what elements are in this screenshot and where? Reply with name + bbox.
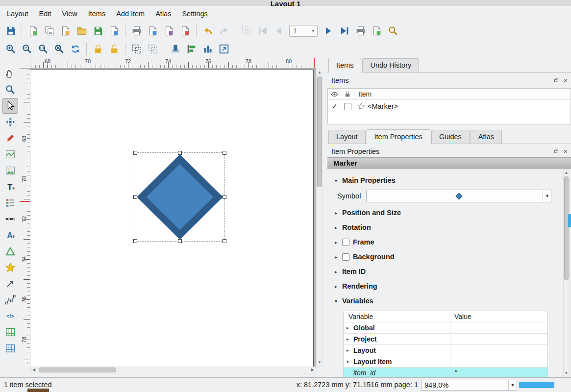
add-label-button[interactable] <box>2 179 18 195</box>
layout-canvas[interactable] <box>30 69 316 367</box>
export-as-pdf-button[interactable] <box>177 23 193 38</box>
background-checkbox[interactable] <box>342 253 349 261</box>
add-scale-bar-button[interactable] <box>2 211 18 227</box>
variable-group-project[interactable]: ▸Project <box>344 334 547 345</box>
raise-selected-items-button[interactable] <box>168 42 183 57</box>
save-as-template-button[interactable] <box>90 23 105 38</box>
resize-handle-sw[interactable] <box>133 239 137 243</box>
scroll-up-icon[interactable]: ▲ <box>564 171 569 175</box>
previous-feature-button[interactable] <box>271 23 286 38</box>
tab-layout[interactable]: Layout <box>328 130 366 144</box>
close-panel-icon[interactable] <box>562 147 569 155</box>
resize-selected-items-button[interactable] <box>216 42 231 57</box>
lock-checkbox[interactable] <box>344 103 351 110</box>
add-node-item-button[interactable] <box>2 292 18 308</box>
redo-button[interactable] <box>216 23 231 38</box>
last-feature-button[interactable] <box>337 23 352 38</box>
scroll-left-icon[interactable]: ◀ <box>32 368 35 372</box>
marker-item[interactable] <box>136 154 223 240</box>
section-item-id[interactable]: ▸Item ID <box>333 265 571 278</box>
variable-group-layout[interactable]: ▸Layout <box>344 345 547 356</box>
section-main-properties[interactable]: ▾Main Properties <box>333 173 571 187</box>
preview-atlas-button[interactable] <box>239 23 254 38</box>
undo-button[interactable] <box>200 23 215 38</box>
menu-layout[interactable]: Layout <box>2 8 33 19</box>
tab-items[interactable]: Items <box>328 58 361 73</box>
selection-box[interactable] <box>135 152 225 242</box>
add-legend-button[interactable] <box>2 195 18 211</box>
menu-add-item[interactable]: Add Item <box>111 8 149 19</box>
add-items-from-template-button[interactable] <box>74 23 89 38</box>
menu-settings[interactable]: Settings <box>177 8 212 19</box>
atlas-settings-button[interactable] <box>385 23 400 38</box>
menu-atlas[interactable]: Atlas <box>150 8 176 19</box>
resize-handle-s[interactable] <box>178 239 182 243</box>
canvas-horizontal-scrollbar[interactable]: ◀ ▶ <box>30 367 316 373</box>
pan-layout-button[interactable] <box>2 66 18 81</box>
section-position-and-size[interactable]: ▸Position and Size <box>333 206 571 220</box>
layout-manager-button[interactable] <box>58 23 73 38</box>
export-as-template-button[interactable] <box>106 23 122 38</box>
zoom-actual-button[interactable] <box>35 42 50 57</box>
resize-handle-nw[interactable] <box>133 151 137 155</box>
symbol-dropdown-icon[interactable]: ▼ <box>543 190 551 202</box>
lock-selected-items-button[interactable] <box>90 42 105 57</box>
scrollbar-thumb[interactable] <box>564 176 569 280</box>
expand-arrow-icon[interactable]: ▸ <box>347 325 351 330</box>
select-move-item-button[interactable] <box>2 98 18 114</box>
duplicate-layout-button[interactable] <box>42 23 57 38</box>
zoom-slider[interactable] <box>519 382 554 388</box>
scroll-down-icon[interactable]: ▼ <box>564 371 569 376</box>
resize-handle-n[interactable] <box>178 151 182 155</box>
add-map-button[interactable] <box>2 147 18 162</box>
section-background[interactable]: ▸Background <box>333 250 571 264</box>
scroll-up-icon[interactable]: ▲ <box>317 70 323 75</box>
refresh-view-button[interactable] <box>68 42 83 57</box>
menu-view[interactable]: View <box>57 8 82 19</box>
add-picture-button[interactable] <box>2 163 18 178</box>
move-item-content-button[interactable] <box>2 114 18 130</box>
zoom-dropdown-icon[interactable]: ▼ <box>508 380 517 390</box>
tab-item-properties[interactable]: Item Properties <box>367 129 430 144</box>
zoom-level-combobox[interactable]: 949.0% ▼ <box>421 380 517 391</box>
canvas-vertical-scrollbar[interactable]: ▲ ▼ <box>316 69 323 367</box>
close-panel-icon[interactable] <box>562 76 569 84</box>
add-marker-button[interactable] <box>2 260 18 275</box>
resize-handle-se[interactable] <box>223 239 226 243</box>
section-variables[interactable]: ▾Variables <box>333 294 571 308</box>
zoom-full-button[interactable] <box>51 42 67 57</box>
visibility-check-icon[interactable]: ✓ <box>328 102 341 111</box>
variable-group-global[interactable]: ▸Global <box>344 322 547 334</box>
menu-items[interactable]: Items <box>83 8 110 19</box>
symbol-combobox[interactable]: ▼ <box>366 190 551 202</box>
print-layout-button[interactable] <box>129 23 144 38</box>
spinbox-dropdown-icon[interactable]: ▼ <box>309 25 317 36</box>
ungroup-items-button[interactable] <box>145 42 160 57</box>
layout-item-row[interactable]: ✓ <Marker> <box>328 100 571 113</box>
menu-edit[interactable]: Edit <box>34 8 56 19</box>
resize-handle-ne[interactable] <box>223 151 226 155</box>
tab-guides[interactable]: Guides <box>431 130 470 144</box>
section-rotation[interactable]: ▸Rotation <box>333 220 571 234</box>
resize-handle-e[interactable] <box>223 195 226 199</box>
zoom-out-button[interactable] <box>19 42 34 57</box>
panel-edge-handle[interactable] <box>568 214 571 227</box>
scrollbar-thumb[interactable] <box>317 76 322 187</box>
zoom-tool-button[interactable] <box>2 82 18 98</box>
export-as-image-button[interactable] <box>145 23 160 38</box>
save-project-button[interactable] <box>3 23 18 38</box>
variable-group-layout-item[interactable]: ▾Layout Item <box>344 356 547 368</box>
section-rendering[interactable]: ▸Rendering <box>333 279 571 293</box>
float-panel-icon[interactable] <box>552 76 560 84</box>
align-selected-items-button[interactable] <box>184 42 199 57</box>
tab-undo-history[interactable]: Undo History <box>362 58 419 72</box>
zoom-in-button[interactable] <box>3 42 18 57</box>
properties-scrollbar[interactable]: ▲ ▼ <box>563 169 570 377</box>
first-feature-button[interactable] <box>255 23 270 38</box>
print-atlas-button[interactable] <box>353 23 368 38</box>
add-north-arrow-button[interactable] <box>2 227 18 243</box>
tab-atlas[interactable]: Atlas <box>471 130 502 144</box>
atlas-page-spinbox[interactable]: 1▼ <box>289 25 318 37</box>
scrollbar-thumb[interactable] <box>39 368 116 372</box>
edit-nodes-item-button[interactable] <box>2 130 18 146</box>
